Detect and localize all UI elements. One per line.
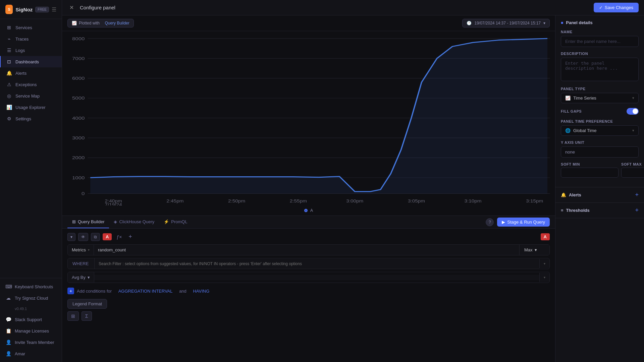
query-table-icon[interactable]: ⊞ <box>67 311 79 321</box>
sidebar-item-traces[interactable]: ⌁ Traces <box>0 33 62 45</box>
clickhouse-tab-label: ClickHouse Query <box>119 219 154 224</box>
avg-by-chevron-icon: ▾ <box>88 275 90 280</box>
query-visibility-button[interactable]: 👁 <box>78 233 88 241</box>
alerts-section[interactable]: 🔔 Alerts + <box>555 187 644 203</box>
content-area: 📈 Plotted with Query Builder 🕐 19/07/202… <box>62 15 644 362</box>
tab-query-builder[interactable]: ⊞ Query Builder <box>67 216 109 228</box>
sidebar-item-slack-support[interactable]: 💬 Slack Support <box>0 314 62 325</box>
alerts-add-button[interactable]: + <box>635 191 639 198</box>
where-input[interactable] <box>95 259 539 269</box>
soft-min-input[interactable] <box>561 168 619 178</box>
svg-text:3:00pm: 3:00pm <box>346 199 363 203</box>
stage-run-query-button[interactable]: ▶ Stage & Run Query <box>497 218 550 227</box>
sidebar-label-settings: Settings <box>15 116 31 121</box>
sidebar-label-amar: Amar <box>15 351 25 356</box>
panel-description-input[interactable] <box>561 58 639 81</box>
app-name: SigNoz <box>15 7 33 12</box>
add-conditions-icon[interactable]: + <box>67 288 74 294</box>
exceptions-icon: ⚠ <box>6 82 12 87</box>
chart-panel: 📈 Plotted with Query Builder 🕐 19/07/202… <box>62 15 555 362</box>
thresholds-add-button[interactable]: + <box>635 207 639 214</box>
having-link[interactable]: HAVING <box>193 289 209 294</box>
svg-text:6000: 6000 <box>72 76 85 81</box>
avg-by-expand-icon: ▾ <box>539 273 549 282</box>
time-range-value: 19/07/2024 14:37 - 19/07/2024 15:17 <box>474 21 541 25</box>
thresholds-section[interactable]: ≡ Thresholds + <box>555 203 644 218</box>
close-button[interactable]: ✕ <box>67 4 76 11</box>
query-help-button[interactable]: ? <box>486 218 494 226</box>
panel-type-field-label: PANEL TYPE <box>561 87 639 91</box>
svg-text:8000: 8000 <box>72 36 85 41</box>
sidebar-item-exceptions[interactable]: ⚠ Exceptions <box>0 79 62 90</box>
query-formula-button[interactable]: ƒ× <box>114 233 124 241</box>
panel-details-header: ■ Panel details <box>561 20 639 25</box>
time-range-button[interactable]: 🕐 19/07/2024 14:37 - 19/07/2024 15:17 ▾ <box>462 19 550 27</box>
panel-time-select[interactable]: 🌐 Global Time ▾ <box>561 125 639 136</box>
save-changes-button[interactable]: ✓ Save Changes <box>594 3 639 12</box>
chart-legend: A <box>62 205 555 216</box>
svg-text:2:55pm: 2:55pm <box>290 199 307 203</box>
save-icon: ✓ <box>599 5 603 10</box>
query-sigma-icon[interactable]: Σ <box>82 311 92 321</box>
sidebar-item-amar[interactable]: 👤 Amar <box>0 348 62 359</box>
sidebar-item-usage-explorer[interactable]: 📊 Usage Explorer <box>0 102 62 113</box>
svg-text:3000: 3000 <box>72 135 85 140</box>
metrics-select[interactable]: Metrics ▾ <box>68 245 94 255</box>
tab-clickhouse-query[interactable]: ◈ ClickHouse Query <box>109 216 159 228</box>
right-panel: ■ Panel details NAME DESCRIPTION PANEL T… <box>555 15 644 362</box>
chart-container: 8000 7000 6000 5000 4000 3000 2000 1000 … <box>62 31 555 205</box>
sidebar-item-dashboards[interactable]: ⊡ Dashboards <box>0 56 62 67</box>
avg-by-select[interactable]: Avg By ▾ <box>68 272 94 283</box>
soft-max-input[interactable] <box>621 168 644 178</box>
sidebar-item-service-map[interactable]: ◎ Service Map <box>0 90 62 102</box>
cloud-icon: ☁ <box>5 295 11 301</box>
settings-icon: ⚙ <box>6 116 12 121</box>
sidebar-collapse-button[interactable]: ☰ <box>52 6 56 13</box>
avg-by-input[interactable] <box>94 275 539 280</box>
traces-icon: ⌁ <box>6 36 12 42</box>
stage-run-label: Stage & Run Query <box>507 220 545 225</box>
panel-type-select[interactable]: 📈 Time Series ▾ <box>561 93 639 103</box>
sidebar-item-settings[interactable]: ⚙ Settings <box>0 113 62 124</box>
sidebar-label-manage-licenses: Manage Licenses <box>15 328 49 334</box>
alerts-icon: 🔔 <box>561 192 566 197</box>
sidebar-item-try-cloud[interactable]: ☁ Try Signoz Cloud <box>0 292 62 304</box>
where-chevron-icon: ▾ <box>539 259 549 268</box>
panel-details-section: ■ Panel details NAME DESCRIPTION PANEL T… <box>555 15 644 187</box>
avg-by-row: Avg By ▾ ▾ <box>67 272 550 283</box>
query-builder-tab-icon: ⊞ <box>72 219 76 224</box>
query-row-header: ▾ 👁 ⧉ A ƒ× + A <box>67 233 550 241</box>
sidebar-item-services[interactable]: ⊞ Services <box>0 22 62 33</box>
add-conditions-row: + Add conditions for AGGREGATION INTERVA… <box>67 286 550 296</box>
chart-icon: 📈 <box>72 21 77 25</box>
legend-format-button[interactable]: Legend Format <box>67 299 107 309</box>
legend-label-a: A <box>310 208 313 213</box>
metrics-value[interactable]: random_count <box>94 245 519 255</box>
query-copy-button[interactable]: ⧉ <box>91 233 100 241</box>
aggregation-interval-link[interactable]: AGGREGATION INTERVAL <box>118 289 173 294</box>
page-title: Configure panel <box>80 5 590 10</box>
sidebar-item-logs[interactable]: ☰ Logs <box>0 45 62 56</box>
query-add-button[interactable]: + <box>126 233 134 241</box>
sidebar-item-keyboard-shortcuts[interactable]: ⌨ Keyboard Shortcuts <box>0 281 62 292</box>
app-logo-icon: S <box>5 5 13 14</box>
soft-min-col: SOFT MIN <box>561 162 619 178</box>
y-axis-unit-input[interactable] <box>561 146 639 158</box>
sidebar-item-manage-licenses[interactable]: 📋 Manage Licenses <box>0 325 62 337</box>
free-badge: FREE <box>35 7 49 12</box>
sidebar-bottom: ⌨ Keyboard Shortcuts ☁ Try Signoz Cloud … <box>0 278 62 362</box>
query-collapse-button[interactable]: ▾ <box>67 233 75 241</box>
panel-name-input[interactable] <box>561 36 639 47</box>
toggle-knob <box>633 109 638 114</box>
page-header: ✕ Configure panel ✓ Save Changes <box>62 0 644 15</box>
fill-gaps-toggle[interactable] <box>627 108 639 115</box>
tab-promql[interactable]: ⚡ PromQL <box>159 216 192 228</box>
aggregation-select[interactable]: Max ▾ <box>519 245 549 255</box>
plotted-with-button[interactable]: 📈 Plotted with Query Builder <box>67 19 134 27</box>
sidebar-label-traces: Traces <box>15 37 29 42</box>
thresholds-text: Thresholds <box>566 208 590 213</box>
sidebar-item-alerts[interactable]: 🔔 Alerts <box>0 67 62 79</box>
panel-time-field-label: PANEL TIME PREFERENCE <box>561 119 639 123</box>
query-label-badge[interactable]: A <box>103 233 112 240</box>
sidebar-item-invite-team-member[interactable]: 👤 Invite Team Member <box>0 337 62 348</box>
